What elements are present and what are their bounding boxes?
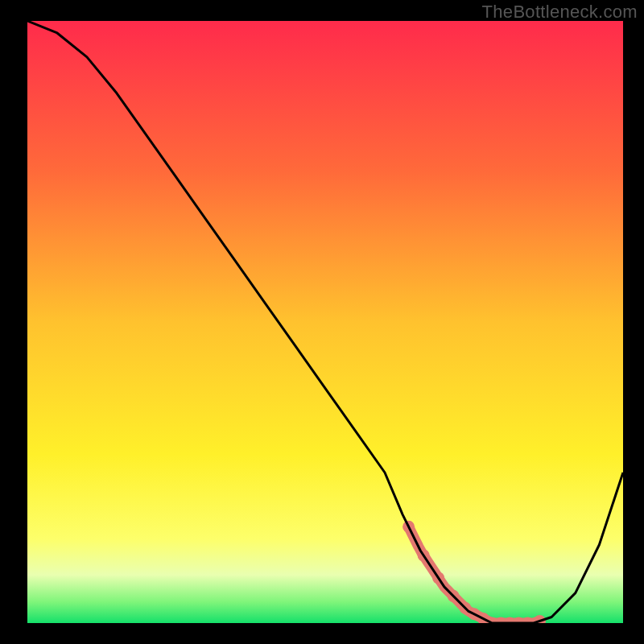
watermark-text: TheBottleneck.com (482, 2, 638, 23)
chart-plot-area (27, 21, 623, 623)
chart-frame: TheBottleneck.com (0, 0, 644, 644)
chart-background (27, 21, 623, 623)
chart-svg (27, 21, 623, 623)
